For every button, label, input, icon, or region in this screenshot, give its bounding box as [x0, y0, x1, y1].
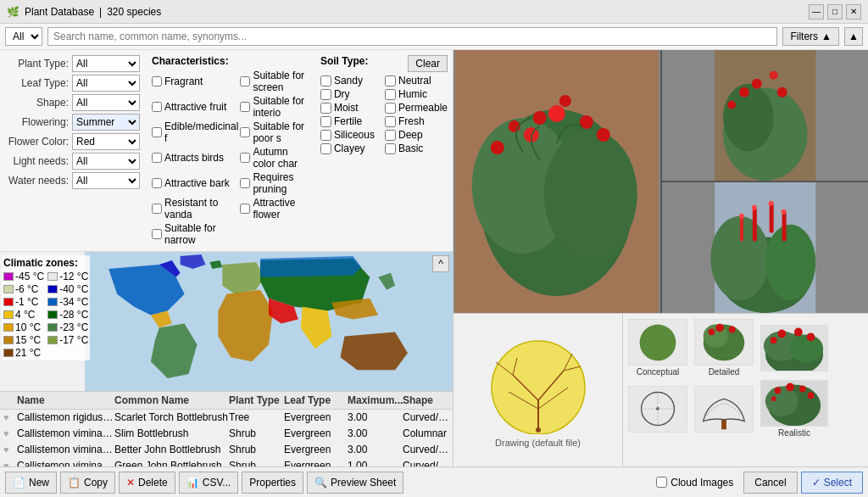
plant-row[interactable]: ♥ Callistemon viminalis '... Slim Bottle…	[0, 426, 453, 442]
char-edible: Edible/medicinal f	[152, 120, 238, 144]
legend-minus34: -34 °C	[47, 296, 88, 308]
soil-fresh: Fresh	[385, 115, 448, 127]
legend-21: 21 °C	[3, 347, 44, 359]
maximize-button[interactable]: □	[827, 4, 843, 20]
close-button[interactable]: ✕	[846, 4, 861, 20]
char-suitable-poor-checkbox[interactable]	[240, 127, 250, 137]
char-attractive-flower: Attractive flower	[240, 197, 309, 221]
char-suitable-narrow: Suitable for narrow	[152, 222, 238, 246]
delete-button[interactable]: ✕ Delete	[119, 472, 175, 494]
plant-leaf: Evergreen	[284, 444, 348, 455]
col-header-maximum[interactable]: Maximum...	[348, 394, 403, 406]
char-autumn-color-checkbox[interactable]	[240, 153, 250, 163]
clear-button[interactable]: Clear	[408, 55, 448, 72]
shape-dropdown[interactable]: All	[72, 94, 140, 111]
realistic-bottom-svg	[761, 380, 827, 427]
soil-moist-checkbox[interactable]	[320, 103, 331, 114]
favorite-icon: ♥	[3, 412, 15, 422]
soil-dry-checkbox[interactable]	[320, 89, 331, 100]
soil-deep-checkbox[interactable]	[385, 130, 396, 141]
favorite-icon: ♥	[3, 461, 15, 466]
leaf-type-dropdown[interactable]: All	[72, 75, 140, 92]
legend-minus1: -1 °C	[3, 296, 44, 308]
map-collapse-button[interactable]: ^	[432, 255, 449, 272]
char-attracts-birds-checkbox[interactable]	[152, 153, 162, 163]
soil-humic-checkbox[interactable]	[385, 89, 396, 100]
plant-row[interactable]: ♥ Callistemon viminalis '... Better John…	[0, 442, 453, 458]
svg-point-5	[533, 111, 547, 125]
collapse-button[interactable]: ▲	[844, 27, 863, 46]
soil-siliceous-checkbox[interactable]	[320, 130, 331, 141]
col-header-shape[interactable]: Shape	[403, 394, 453, 406]
char-resistant-vandal-checkbox[interactable]	[152, 204, 162, 214]
app-icon: 🌿	[7, 6, 19, 18]
plant-leaf: Evergreen	[284, 411, 348, 423]
new-button[interactable]: 📄 New	[5, 472, 57, 494]
plant-max: 3.00	[348, 411, 403, 423]
char-suitable-narrow-checkbox[interactable]	[152, 229, 162, 239]
plant-type-row: Plant Type: All	[5, 55, 140, 72]
soil-fertile-checkbox[interactable]	[320, 116, 331, 127]
char-suitable-interior-checkbox[interactable]	[240, 102, 250, 112]
light-needs-dropdown[interactable]: All	[72, 153, 140, 170]
cloud-images-checkbox[interactable]	[656, 477, 667, 488]
title-bar-controls[interactable]: — □ ✕	[809, 4, 861, 20]
flowering-dropdown[interactable]: Summer	[72, 114, 140, 131]
soil-deep: Deep	[385, 129, 448, 141]
plant-type-dropdown[interactable]: All	[72, 55, 140, 72]
svg-point-30	[768, 201, 773, 206]
plant-row[interactable]: ♥ Callistemon viminalis '... Green John …	[0, 458, 453, 466]
char-fragrant-checkbox[interactable]	[152, 76, 162, 87]
soil-sandy-checkbox[interactable]	[320, 75, 331, 87]
shape-label: Shape:	[5, 97, 69, 109]
flowering-label: Flowering:	[5, 116, 69, 128]
world-map	[85, 252, 453, 391]
filters-button[interactable]: Filters ▲	[782, 27, 839, 46]
char-attractive-bark-checkbox[interactable]	[152, 178, 162, 188]
svg-point-10	[548, 105, 565, 122]
svg-point-55	[790, 334, 823, 362]
col-header-leaf-type[interactable]: Leaf Type	[284, 394, 348, 406]
species-count: 320 species	[107, 6, 161, 18]
char-suitable-poor-label: Suitable for poor s	[253, 120, 309, 144]
water-needs-dropdown[interactable]: All	[72, 172, 140, 189]
drawing-svg	[470, 332, 606, 434]
soil-permeable-checkbox[interactable]	[385, 103, 396, 114]
soil-basic-checkbox[interactable]	[385, 143, 396, 154]
select-label: Select	[824, 477, 852, 489]
copy-button[interactable]: 📋 Copy	[60, 472, 115, 494]
char-suitable-interior: Suitable for interio	[240, 95, 309, 119]
category-dropdown[interactable]: All	[5, 27, 42, 46]
svg-point-71	[775, 387, 782, 394]
csv-button[interactable]: 📊 CSV...	[179, 472, 239, 494]
properties-button[interactable]: Properties	[242, 472, 303, 494]
svg-point-4	[544, 131, 637, 258]
plant-row[interactable]: ♥ Callistemon rigidus 'R... Scarlet Torc…	[0, 410, 453, 426]
soil-fresh-checkbox[interactable]	[385, 116, 396, 127]
flower-color-dropdown[interactable]: Red	[72, 133, 140, 150]
plant-list: ♥ Callistemon rigidus 'R... Scarlet Torc…	[0, 410, 453, 466]
char-attractive-fruit-checkbox[interactable]	[152, 102, 162, 112]
col-header-common-name[interactable]: Common Name	[114, 394, 229, 406]
char-edible-checkbox[interactable]	[152, 127, 162, 137]
filter-arrow-icon: ▲	[821, 31, 832, 42]
col-header-plant-type[interactable]: Plant Type	[229, 394, 284, 406]
select-button[interactable]: ✓ Select	[801, 472, 863, 494]
col-header-name[interactable]: Name	[17, 394, 114, 406]
char-attractive-flower-checkbox[interactable]	[240, 204, 250, 214]
cancel-button[interactable]: Cancel	[743, 472, 797, 494]
svg-point-73	[799, 386, 806, 393]
preview-sheet-button[interactable]: 🔍 Preview Sheet	[307, 472, 403, 494]
svg-rect-28	[782, 212, 786, 242]
search-input[interactable]	[47, 27, 777, 46]
char-requires-pruning-checkbox[interactable]	[240, 178, 250, 188]
plant-max: 1.00	[348, 460, 403, 466]
soil-neutral-checkbox[interactable]	[385, 75, 396, 87]
drawing-main: Drawing (default file)	[453, 314, 623, 466]
soil-clayey-checkbox[interactable]	[320, 143, 331, 154]
map-container: ^ Climatic zones: -45 °C -12 °C -6 °C -4…	[0, 252, 453, 392]
minimize-button[interactable]: —	[809, 4, 824, 20]
legend-minus23: -23 °C	[47, 321, 88, 333]
char-requires-pruning: Requires pruning	[240, 171, 309, 195]
char-suitable-screen-checkbox[interactable]	[240, 76, 250, 87]
